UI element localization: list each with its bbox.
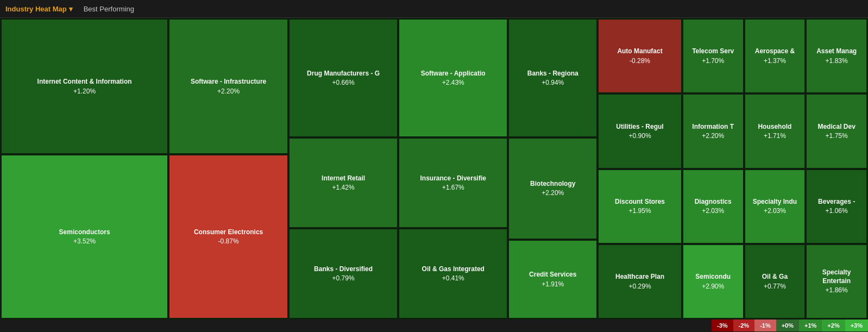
internet-retail-name: Internet Retail: [322, 174, 365, 183]
telecom-cell[interactable]: Telecom Serv +1.70%: [683, 19, 744, 93]
household-cell[interactable]: Household +1.71%: [745, 94, 806, 168]
internet-content-name: Internet Content & Information: [37, 78, 132, 86]
specialty-entertain-name: Specialty Entertain: [809, 268, 864, 285]
banks-diversified-name: Banks - Diversified: [314, 265, 373, 274]
info-tech-name: Information T: [692, 123, 734, 131]
oil-gas2-cell[interactable]: Oil & Ga +0.77%: [745, 245, 806, 318]
discount-stores-value: +1.95%: [629, 207, 651, 215]
semiconductors-cell[interactable]: Semiconductors +3.52%: [1, 155, 168, 318]
software-infra-name: Software - Infrastructure: [191, 78, 266, 86]
column-4: Software - Applicatio +2.43% Insurance -…: [399, 19, 507, 318]
insurance-value: +1.67%: [442, 184, 464, 191]
healthcare-plans-value: +0.29%: [629, 283, 651, 290]
legend-minus3[interactable]: -3%: [712, 320, 733, 331]
banks-diversified-value: +0.79%: [332, 274, 355, 282]
software-infra-cell[interactable]: Software - Infrastructure +2.20%: [169, 19, 288, 154]
household-value: +1.71%: [764, 132, 786, 140]
column-2: Software - Infrastructure +2.20% Consume…: [169, 19, 288, 318]
auto-manufacturers-cell[interactable]: Auto Manufact -0.28%: [598, 19, 682, 93]
internet-content-value: +1.20%: [73, 87, 96, 95]
beverages-value: +1.06%: [826, 207, 848, 215]
legend-minus1[interactable]: -1%: [754, 320, 776, 331]
banks-regional-value: +0.94%: [542, 79, 564, 86]
software-applications-name: Software - Applicatio: [421, 70, 486, 78]
column-9: Asset Manag +1.83% Medical Dev +1.75% Be…: [806, 19, 867, 318]
beverages-name: Beverages -: [818, 198, 855, 206]
aerospace-cell[interactable]: Aerospace & +1.37%: [745, 19, 806, 93]
internet-content-cell[interactable]: Internet Content & Information +1.20%: [1, 19, 168, 154]
healthcare-plans-cell[interactable]: Healthcare Plan +0.29%: [598, 245, 682, 318]
software-applications-cell[interactable]: Software - Applicatio +2.43%: [399, 19, 507, 137]
telecom-name: Telecom Serv: [692, 47, 734, 56]
software-infra-value: +2.20%: [217, 87, 240, 95]
asset-management-cell[interactable]: Asset Manag +1.83%: [806, 19, 867, 93]
biotechnology-name: Biotechnology: [530, 180, 575, 189]
diagnostics-cell[interactable]: Diagnostics +2.03%: [683, 170, 744, 243]
aerospace-name: Aerospace &: [755, 47, 795, 56]
semiconductors-value: +3.52%: [73, 237, 96, 245]
banks-regional-cell[interactable]: Banks - Regiona +0.94%: [508, 19, 597, 137]
column-7: Telecom Serv +1.70% Information T +2.20%…: [683, 19, 744, 318]
software-applications-value: +2.43%: [442, 79, 464, 86]
drug-manufacturers-cell[interactable]: Drug Manufacturers - G +0.66%: [289, 19, 398, 137]
best-performing-filter[interactable]: Best Performing: [84, 5, 134, 13]
credit-services-cell[interactable]: Credit Services +1.91%: [508, 240, 597, 318]
oil-gas2-name: Oil & Ga: [762, 273, 788, 281]
oil-gas-integrated-name: Oil & Gas Integrated: [422, 265, 485, 274]
semiconductors2-cell[interactable]: Semicondu +2.90%: [683, 245, 744, 318]
legend-plus2[interactable]: +2%: [822, 320, 845, 331]
utilities-name: Utilities - Regul: [616, 123, 663, 131]
column-6: Auto Manufact -0.28% Utilities - Regul +…: [598, 19, 682, 318]
heatmap-container: Internet Content & Information +1.20% Se…: [0, 18, 868, 320]
credit-services-value: +1.91%: [542, 280, 564, 288]
legend-minus2[interactable]: -2%: [733, 320, 755, 331]
column-8: Aerospace & +1.37% Household +1.71% Spec…: [745, 19, 806, 318]
utilities-value: +0.90%: [629, 132, 651, 140]
beverages-cell[interactable]: Beverages - +1.06%: [806, 170, 867, 243]
industry-heatmap-dropdown[interactable]: Industry Heat Map ▾: [5, 5, 73, 13]
diagnostics-name: Diagnostics: [695, 198, 732, 206]
utilities-cell[interactable]: Utilities - Regul +0.90%: [598, 94, 682, 168]
medical-devices-cell[interactable]: Medical Dev +1.75%: [806, 94, 867, 168]
info-tech-value: +2.20%: [702, 132, 724, 140]
aerospace-value: +1.37%: [764, 57, 786, 65]
header-bar: Industry Heat Map ▾ Best Performing: [0, 0, 868, 18]
specialty-indu-cell[interactable]: Specialty Indu +2.03%: [745, 170, 806, 243]
consumer-electronics-cell[interactable]: Consumer Electronics -0.87%: [169, 155, 288, 318]
legend-zero[interactable]: +0%: [776, 320, 799, 331]
household-name: Household: [758, 123, 791, 131]
column-1: Internet Content & Information +1.20% Se…: [1, 19, 168, 318]
banks-regional-name: Banks - Regiona: [527, 70, 578, 78]
oil-gas2-value: +0.77%: [764, 283, 786, 290]
legend-plus3[interactable]: +3%: [845, 320, 868, 331]
semiconductors2-value: +2.90%: [702, 283, 724, 290]
auto-manufacturers-name: Auto Manufact: [617, 47, 662, 56]
medical-devices-name: Medical Dev: [817, 123, 855, 131]
legend-bar: -3% -2% -1% +0% +1% +2% +3%: [0, 320, 868, 331]
biotechnology-cell[interactable]: Biotechnology +2.20%: [508, 138, 597, 239]
discount-stores-cell[interactable]: Discount Stores +1.95%: [598, 170, 682, 243]
oil-gas-integrated-cell[interactable]: Oil & Gas Integrated +0.41%: [399, 229, 507, 318]
specialty-indu-name: Specialty Indu: [753, 198, 797, 206]
semiconductors-name: Semiconductors: [59, 228, 110, 237]
column-5: Banks - Regiona +0.94% Biotechnology +2.…: [508, 19, 597, 318]
consumer-electronics-name: Consumer Electronics: [194, 228, 263, 237]
header-title-text: Industry Heat Map: [5, 5, 67, 13]
biotechnology-value: +2.20%: [542, 189, 564, 197]
column-3: Drug Manufacturers - G +0.66% Internet R…: [289, 19, 398, 318]
internet-retail-value: +1.42%: [332, 184, 355, 191]
drug-manufacturers-value: +0.66%: [332, 79, 355, 86]
medical-devices-value: +1.75%: [826, 132, 848, 140]
specialty-entertain-cell[interactable]: Specialty Entertain +1.86%: [806, 245, 867, 318]
legend-plus1[interactable]: +1%: [799, 320, 822, 331]
insurance-cell[interactable]: Insurance - Diversifie +1.67%: [399, 138, 507, 228]
specialty-indu-value: +2.03%: [764, 207, 786, 215]
diagnostics-value: +2.03%: [702, 207, 724, 215]
asset-management-name: Asset Manag: [816, 47, 857, 56]
info-tech-cell[interactable]: Information T +2.20%: [683, 94, 744, 168]
healthcare-plans-name: Healthcare Plan: [615, 273, 664, 281]
banks-diversified-cell[interactable]: Banks - Diversified +0.79%: [289, 229, 398, 318]
specialty-entertain-value: +1.86%: [826, 286, 848, 294]
internet-retail-cell[interactable]: Internet Retail +1.42%: [289, 138, 398, 228]
semiconductors2-name: Semicondu: [695, 273, 731, 281]
